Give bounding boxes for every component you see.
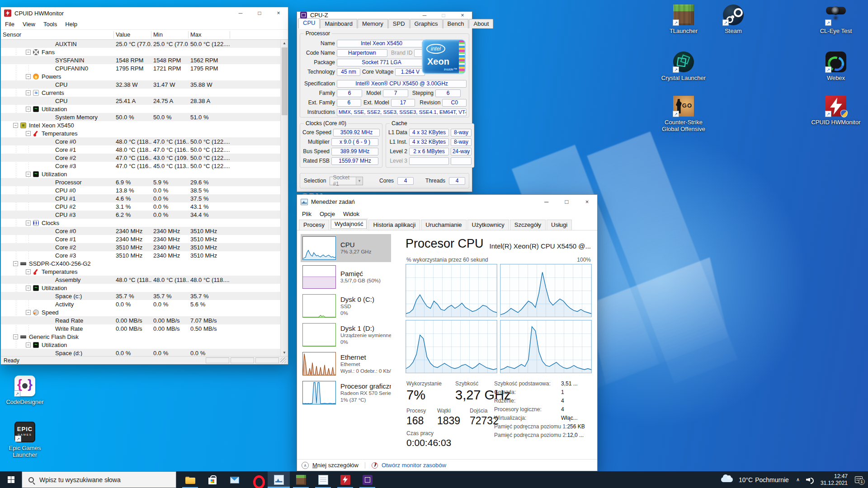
tree-expander-icon[interactable]: − <box>26 107 31 112</box>
tab-użytkownicy[interactable]: Użytkownicy <box>467 220 509 230</box>
sensor-row[interactable]: Core #247.0 °C (116....43.0 °C (109....5… <box>1 154 280 162</box>
menu-item-widok[interactable]: Widok <box>339 211 363 217</box>
sensor-row[interactable]: Core #02340 MHz2340 MHz3510 MHz <box>1 227 280 235</box>
sensor-row[interactable]: Core #12340 MHz2340 MHz3510 MHz <box>1 235 280 243</box>
scrollbar-thumb[interactable] <box>282 47 288 115</box>
sensor-row[interactable]: CPU #36.2 %0.0 %34.4 % <box>1 211 280 219</box>
tab-szczegóły[interactable]: Szczegóły <box>510 220 546 230</box>
menu-item-help[interactable]: Help <box>61 21 81 28</box>
tree-expander-icon[interactable]: − <box>26 131 31 136</box>
scroll-down-icon[interactable]: ▼ <box>281 349 288 356</box>
tree-expander-icon[interactable]: − <box>26 172 31 177</box>
tab-historia-aplikacji[interactable]: Historia aplikacji <box>368 220 420 230</box>
sensor-tree-node[interactable]: −Powers <box>1 72 280 80</box>
desktop-icon-cpuid-hwmonitor[interactable]: ↗ CPUID HWMonitor <box>809 96 863 126</box>
desktop-icon-cleye-test[interactable]: ↗ CL-Eye Test <box>809 5 863 34</box>
sensor-row[interactable]: Core #148.0 °C (118....47.0 °C (116....5… <box>1 145 280 154</box>
sensor-tree-node[interactable]: −Temperatures <box>1 129 280 137</box>
sensor-tree-node[interactable]: −Speed <box>1 308 280 316</box>
taskbar-clock[interactable]: 12:47 31.12.2021 <box>821 473 848 487</box>
column-header-value[interactable]: Value <box>114 31 151 38</box>
tree-expander-icon[interactable]: − <box>26 90 31 95</box>
less-details-button[interactable]: Mniej szczegółów <box>312 462 359 469</box>
resize-grip[interactable] <box>280 357 286 363</box>
sidebar-item-disk1[interactable]: Dysk 1 (D:)Urządzenie wymienne0% <box>301 321 391 349</box>
taskbar-app-task-manager[interactable] <box>268 471 290 488</box>
tab-memory[interactable]: Memory <box>358 19 388 28</box>
sensor-tree-node[interactable]: −Intel Xeon X5450 <box>1 121 280 129</box>
menu-item-file[interactable]: File <box>1 21 19 28</box>
tree-expander-icon[interactable]: − <box>26 310 31 315</box>
sensor-row[interactable]: Processor6.9 %5.9 %29.6 % <box>1 178 280 186</box>
sidebar-item-cpu[interactable]: CPU7% 3,27 GHz <box>301 234 391 262</box>
sidebar-item-gpu[interactable]: Procesor graficznyRadeon RX 570 Series1%… <box>301 379 391 407</box>
sensor-tree-node[interactable]: −Utilization <box>1 284 280 292</box>
sensor-row[interactable]: CPU #013.8 %0.0 %38.5 % <box>1 186 280 194</box>
sensor-row[interactable]: Write Rate0.00 MB/s0.00 MB/s0.50 MB/s <box>1 324 280 333</box>
column-header-min[interactable]: Min <box>151 31 189 38</box>
desktop-icon-webex[interactable]: ↗ Webex <box>809 52 863 81</box>
sensor-row[interactable]: Read Rate0.00 MB/s0.00 MB/s7.07 MB/s <box>1 316 280 324</box>
menu-item-tools[interactable]: Tools <box>39 21 61 28</box>
socket-select[interactable]: Socket #1 ▾ <box>330 177 363 185</box>
sensor-row[interactable]: CPU25.41 A24.75 A28.38 A <box>1 97 280 105</box>
desktop-icon-epic-games[interactable]: ↗ Epic Games Launcher <box>0 422 52 459</box>
tree-expander-icon[interactable]: − <box>26 74 31 79</box>
taskbar-app-microsoft-store[interactable] <box>201 471 223 488</box>
sidebar-item-disk0[interactable]: Dysk 0 (C:)SSD0% <box>301 292 391 320</box>
open-resource-monitor-link[interactable]: Otwórz monitor zasobów <box>382 462 446 469</box>
task-manager-titlebar[interactable]: Menedżer zadań ─ □ × <box>297 195 597 209</box>
desktop-icon-tlauncher[interactable]: ↗ TLauncher <box>656 5 711 34</box>
tree-expander-icon[interactable]: − <box>13 261 18 266</box>
sensor-row[interactable]: Space (c:)35.7 %35.7 %35.7 % <box>1 292 280 300</box>
close-button[interactable]: × <box>453 12 472 19</box>
menu-item-view[interactable]: View <box>19 21 39 28</box>
tab-cpu[interactable]: CPU <box>298 18 320 28</box>
desktop-icon-crystal-launcher[interactable]: ↗ Crystal Launcher <box>656 52 711 81</box>
sensor-tree-node[interactable]: −Fans <box>1 48 280 56</box>
desktop-icon-codedesigner[interactable]: ↗ CodeDesigner <box>0 375 52 405</box>
taskbar-app-hwmonitor[interactable] <box>334 471 356 488</box>
desktop-icon-csgo[interactable]: ↗ Counter-Strike Global Offensive <box>656 96 711 133</box>
minimize-button[interactable]: ─ <box>536 195 557 209</box>
tree-expander-icon[interactable]: − <box>26 343 31 347</box>
close-button[interactable]: × <box>577 195 597 209</box>
sensor-row[interactable]: Space (d:)0.0 %0.0 %0.0 % <box>1 349 280 356</box>
sensor-row[interactable]: SYSFANIN1548 RPM1548 RPM1562 RPM <box>1 56 280 64</box>
tree-expander-icon[interactable]: − <box>13 334 18 339</box>
taskbar-app-opera-browser[interactable] <box>245 471 268 488</box>
sensor-tree-node[interactable]: −Currents <box>1 89 280 97</box>
sensor-row[interactable]: Assembly48.0 °C (118....48.0 °C (118....… <box>1 276 280 284</box>
hwmonitor-scrollbar[interactable]: ▲ ▼ <box>280 40 288 356</box>
maximize-button[interactable]: □ <box>250 7 269 19</box>
volume-icon[interactable] <box>806 477 813 483</box>
tray-chevron-up-icon[interactable]: ∧ <box>796 477 800 483</box>
sensor-row[interactable]: AUXTIN25.0 °C (77.0...25.0 °C (77.0...50… <box>1 40 280 48</box>
sensor-tree-node[interactable]: −Utilization <box>1 170 280 178</box>
menu-item-opcje[interactable]: Opcje <box>316 211 339 217</box>
sensor-row[interactable]: Core #048.0 °C (118....47.0 °C (116....5… <box>1 137 280 145</box>
tab-procesy[interactable]: Procesy <box>299 220 329 230</box>
taskbar-app-cpu-z[interactable] <box>356 471 378 488</box>
menu-item-plik[interactable]: Plik <box>298 211 316 217</box>
close-button[interactable]: × <box>269 7 288 19</box>
tab-spd[interactable]: SPD <box>388 19 410 28</box>
sensor-row[interactable]: Core #33510 MHz2340 MHz3510 MHz <box>1 251 280 259</box>
maximize-button[interactable]: □ <box>557 195 577 209</box>
taskbar-app-notepad[interactable] <box>312 471 334 488</box>
column-header-max[interactable]: Max <box>189 31 230 38</box>
sensor-row[interactable]: System Memory50.0 %50.0 %51.0 % <box>1 113 280 121</box>
taskbar-app-tlauncher[interactable] <box>290 471 312 488</box>
weather-widget[interactable]: 10°C Pochmurnie <box>721 476 789 483</box>
tab-usługi[interactable]: Usługi <box>547 220 572 230</box>
sensor-row[interactable]: CPU #14.6 %0.0 %37.5 % <box>1 194 280 202</box>
desktop-icon-steam[interactable]: ↗ Steam <box>706 5 760 34</box>
sensor-row[interactable]: Core #23510 MHz2340 MHz3510 MHz <box>1 243 280 251</box>
sensor-tree-node[interactable]: −Clocks <box>1 219 280 227</box>
scroll-up-icon[interactable]: ▲ <box>281 40 288 47</box>
sensor-tree-node[interactable]: −Utilization <box>1 105 280 113</box>
minimize-button[interactable]: ─ <box>231 7 250 19</box>
sidebar-item-memory[interactable]: Pamięć3,5/7,0 GB (50%) <box>301 263 391 291</box>
chevron-down-icon[interactable]: ▾ <box>356 177 363 185</box>
hwmonitor-titlebar[interactable]: CPUID HWMonitor ─ □ × <box>1 7 288 19</box>
